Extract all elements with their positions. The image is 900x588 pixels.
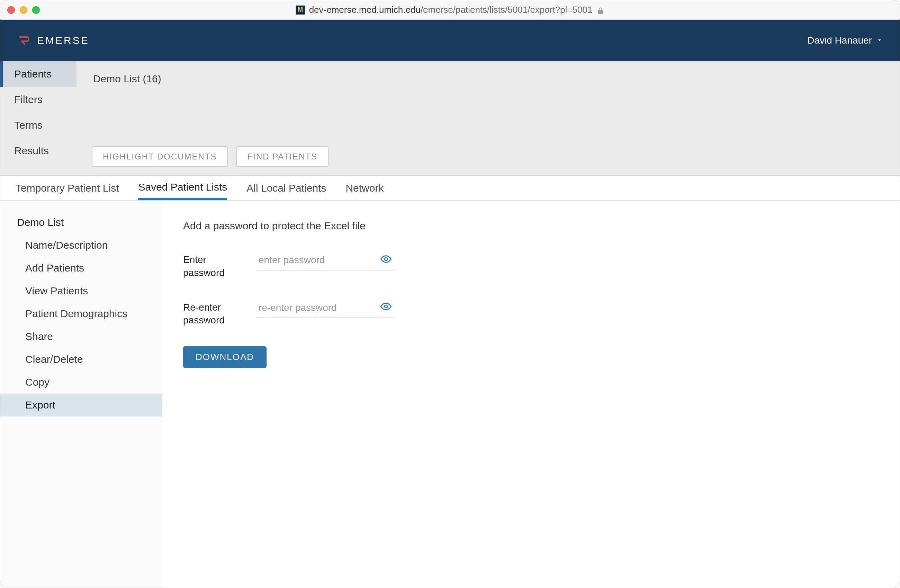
sidebar-item-add-patients[interactable]: Add Patients (0, 257, 161, 280)
toggle-reenter-password-visibility-button[interactable] (379, 300, 393, 314)
sidebar-item-export[interactable]: Export (0, 394, 161, 416)
sidebar-item-clear-delete[interactable]: Clear/Delete (0, 348, 161, 371)
eye-icon (380, 254, 391, 266)
sidebar-item-patient-demographics[interactable]: Patient Demographics (0, 302, 161, 325)
export-content: Add a password to protect the Excel file… (162, 201, 900, 588)
titlebar: M dev-emerse.med.umich.edu/emerse/patien… (0, 0, 900, 20)
app-header: EMERSE David Hanauer (0, 20, 900, 61)
brand[interactable]: EMERSE (17, 33, 89, 48)
minimize-window-button[interactable] (20, 6, 27, 14)
reenter-password-label: Re-enter password (183, 299, 242, 327)
enter-password-input[interactable] (256, 251, 394, 271)
user-name: David Hanauer (807, 35, 872, 46)
body: Demo List Name/Description Add Patients … (0, 201, 900, 588)
tab-temporary-patient-list[interactable]: Temporary Patient List (16, 176, 119, 200)
nav-item-filters[interactable]: Filters (0, 87, 76, 112)
subtabs: Temporary Patient List Saved Patient Lis… (0, 176, 900, 201)
find-patients-button[interactable]: FIND PATIENTS (236, 146, 329, 167)
window-controls (7, 6, 40, 14)
app-window: M dev-emerse.med.umich.edu/emerse/patien… (0, 0, 900, 588)
enter-password-field: Enter password (183, 251, 879, 280)
tab-saved-patient-lists[interactable]: Saved Patient Lists (138, 176, 227, 200)
breadcrumb-count: (16) (143, 73, 161, 84)
chevron-down-icon (876, 35, 883, 46)
highlight-documents-button[interactable]: HIGHLIGHT DOCUMENTS (92, 146, 228, 167)
sidebar-item-share[interactable]: Share (0, 325, 161, 348)
download-button[interactable]: DOWNLOAD (183, 346, 267, 368)
url-path: /emerse/patients/lists/5001/export?pl=50… (421, 5, 592, 15)
sidebar-item-copy[interactable]: Copy (0, 371, 161, 394)
svg-point-0 (385, 258, 387, 260)
user-menu[interactable]: David Hanauer (807, 35, 883, 46)
toggle-password-visibility-button[interactable] (379, 252, 393, 266)
address-bar: M dev-emerse.med.umich.edu/emerse/patien… (296, 5, 604, 15)
nav-item-terms[interactable]: Terms (0, 112, 76, 138)
lock-icon (596, 6, 604, 14)
action-row: HIGHLIGHT DOCUMENTS FIND PATIENTS (0, 146, 900, 175)
tab-network[interactable]: Network (346, 176, 383, 200)
brand-name: EMERSE (37, 35, 89, 46)
svg-point-1 (385, 305, 387, 308)
maximize-window-button[interactable] (32, 6, 40, 14)
enter-password-input-wrap (256, 251, 394, 271)
close-window-button[interactable] (7, 6, 15, 14)
url: dev-emerse.med.umich.edu/emerse/patients… (309, 5, 593, 15)
nav-item-patients[interactable]: Patients (0, 61, 76, 87)
breadcrumb-list-name: Demo List (93, 73, 140, 84)
reenter-password-input[interactable] (256, 299, 394, 318)
side-panel: Demo List Name/Description Add Patients … (0, 201, 162, 588)
brand-logo-icon (17, 33, 31, 48)
reenter-password-field: Re-enter password (183, 299, 879, 327)
reenter-password-input-wrap (256, 299, 394, 318)
sidebar-item-name-description[interactable]: Name/Description (0, 234, 161, 257)
side-panel-title: Demo List (0, 211, 161, 234)
favicon-icon: M (296, 6, 305, 14)
tab-all-local-patients[interactable]: All Local Patients (247, 176, 326, 200)
url-domain: dev-emerse.med.umich.edu (309, 5, 421, 15)
export-heading: Add a password to protect the Excel file (183, 220, 879, 232)
nav-area: Patients Filters Terms Results Demo List… (0, 61, 900, 176)
enter-password-label: Enter password (183, 251, 242, 280)
eye-icon (380, 301, 391, 313)
sidebar-item-view-patients[interactable]: View Patients (0, 280, 161, 302)
